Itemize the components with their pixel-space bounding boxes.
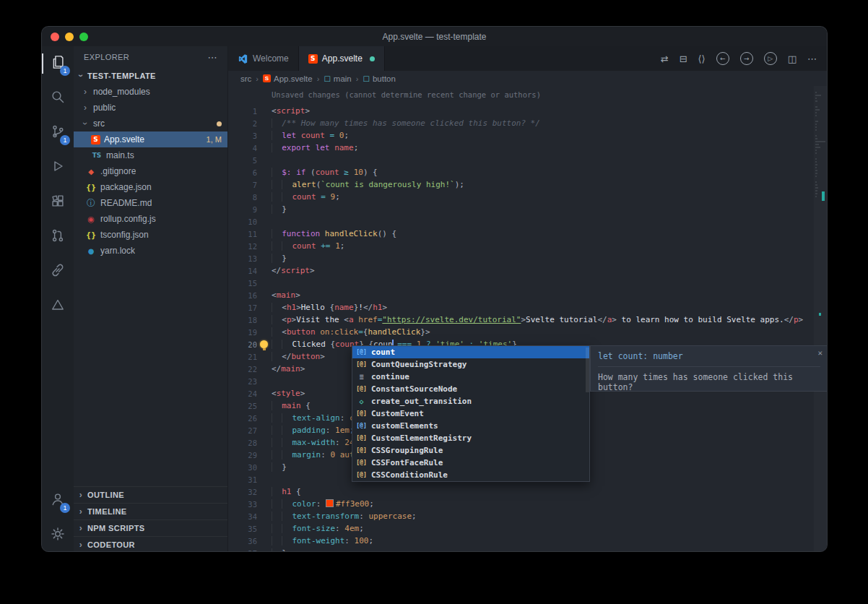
minimap[interactable] bbox=[814, 86, 827, 552]
code-line[interactable]: 5 bbox=[228, 154, 814, 166]
activity-extensions[interactable] bbox=[42, 185, 74, 220]
code-line-content: <h1>Hello {name}!</h1> bbox=[257, 303, 387, 312]
chevron-right-icon: › bbox=[81, 103, 90, 113]
source-control-actions-icon[interactable]: ⇄ bbox=[661, 53, 669, 64]
activity-github-pull-requests[interactable] bbox=[42, 220, 74, 254]
code-line[interactable]: 16<main> bbox=[228, 289, 814, 301]
line-number: 11 bbox=[228, 230, 257, 238]
sidebar-section-timeline[interactable]: ›TIMELINE bbox=[74, 503, 227, 519]
code-line[interactable]: 13 } bbox=[228, 252, 814, 264]
breadcrumb-item-button[interactable]: □button bbox=[363, 74, 395, 83]
suggestion-create-out-transition[interactable]: ◇create_out_transition bbox=[352, 395, 589, 407]
code-line[interactable]: 2 /** How many times has someone clicked… bbox=[228, 117, 814, 129]
modified-dot bbox=[217, 121, 222, 126]
tree-file-readme-md[interactable]: ⓘREADME.md bbox=[74, 195, 227, 211]
code-line[interactable]: 14</script> bbox=[228, 264, 814, 277]
lightbulb-icon[interactable] bbox=[260, 340, 268, 348]
tree-file-tsconfig-json[interactable]: {}tsconfig.json bbox=[74, 227, 227, 243]
sidebar-section-codetour[interactable]: ›CODETOUR bbox=[74, 536, 227, 552]
tree-file--gitignore[interactable]: ◆.gitignore bbox=[74, 163, 227, 179]
sidebar-section-outline[interactable]: ›OUTLINE bbox=[74, 486, 227, 503]
code-line[interactable]: 19 <button on:click={handleClick}> bbox=[228, 326, 814, 338]
code-line[interactable]: 37 } bbox=[228, 547, 814, 552]
code-line[interactable]: 1<script> bbox=[228, 105, 814, 117]
code-line[interactable]: 7 alert(`count is dangerously high!`); bbox=[228, 178, 814, 191]
suggestion-count[interactable]: [@]count bbox=[352, 346, 589, 358]
code-line[interactable]: 12 count += 1; bbox=[228, 240, 814, 252]
breadcrumb-item-src[interactable]: src bbox=[240, 74, 251, 83]
activity-run-and-debug[interactable] bbox=[42, 150, 74, 185]
activity-accounts[interactable]: 1 bbox=[42, 483, 74, 518]
code-line[interactable]: 4 export let name; bbox=[228, 142, 814, 154]
tree-folder-node-modules[interactable]: ›node_modules bbox=[74, 84, 227, 100]
minimap-line bbox=[815, 164, 817, 165]
code-line[interactable]: 15 bbox=[228, 277, 814, 289]
code-line[interactable]: 34 text-transform: uppercase; bbox=[228, 510, 814, 522]
suggestion-cssconditionrule[interactable]: [@]CSSConditionRule bbox=[352, 469, 589, 481]
code-line[interactable]: 3 let count = 0; bbox=[228, 129, 814, 142]
autocomplete-scrollbar[interactable] bbox=[586, 348, 589, 392]
run-file-icon[interactable]: ▷ bbox=[764, 52, 777, 65]
code-line[interactable]: 36 font-weight: 100; bbox=[228, 535, 814, 547]
code-line[interactable]: 32 h1 { bbox=[228, 486, 814, 498]
code-line[interactable]: 6 $: if (count ≥ 10) { bbox=[228, 166, 814, 178]
minimize-window-button[interactable] bbox=[65, 33, 74, 41]
tree-file-app-svelte[interactable]: SApp.svelte1, M bbox=[74, 131, 227, 147]
code-line[interactable]: 11 function handleClick() { bbox=[228, 228, 814, 240]
navigate-forward-icon[interactable]: → bbox=[740, 52, 753, 65]
more-actions-icon[interactable]: ⋯ bbox=[807, 53, 817, 64]
breadcrumb-item-main[interactable]: □main bbox=[324, 74, 351, 83]
activity-codetour[interactable] bbox=[42, 289, 74, 324]
suggestion-customelementregistry[interactable]: [@]CustomElementRegistry bbox=[352, 432, 589, 444]
open-preview-icon[interactable]: ⟨⟩ bbox=[698, 53, 706, 64]
window-title: App.svelte — test-template bbox=[382, 32, 486, 42]
suggestion-continue[interactable]: ≡continue bbox=[352, 371, 589, 383]
tab-app-svelte[interactable]: SApp.svelte bbox=[299, 46, 385, 71]
close-window-button[interactable] bbox=[51, 33, 59, 41]
code-editor[interactable]: Unsaved changes (cannot determine recent… bbox=[228, 86, 827, 552]
ts-file-icon: TS bbox=[91, 150, 103, 161]
code-line[interactable]: 35 font-size: 4em; bbox=[228, 522, 814, 535]
tree-file-yarn-lock[interactable]: ●yarn.lock bbox=[74, 243, 227, 259]
workspace-section-header[interactable]: › TEST-TEMPLATE bbox=[74, 68, 227, 84]
suggestion-constantsourcenode[interactable]: [@]ConstantSourceNode bbox=[352, 383, 589, 395]
activity-settings[interactable] bbox=[42, 518, 74, 552]
code-line[interactable]: 33 color: #ff3e00; bbox=[228, 498, 814, 510]
code-line[interactable]: 17 <h1>Hello {name}!</h1> bbox=[228, 301, 814, 314]
sidebar-section-npm-scripts[interactable]: ›NPM SCRIPTS bbox=[74, 519, 227, 536]
line-number: 37 bbox=[228, 549, 257, 553]
line-number: 26 bbox=[228, 414, 257, 423]
tree-file-rollup-config-js[interactable]: ◉rollup.config.js bbox=[74, 211, 227, 227]
activity-source-control[interactable]: 1 bbox=[42, 116, 74, 150]
explorer-more-actions-icon[interactable]: ⋯ bbox=[208, 52, 217, 63]
tree-folder-public[interactable]: ›public bbox=[74, 100, 227, 116]
suggestion-label: CustomElementRegistry bbox=[371, 433, 472, 443]
zoom-window-button[interactable] bbox=[79, 33, 88, 41]
navigate-back-icon[interactable]: ← bbox=[716, 52, 729, 65]
activity-search[interactable] bbox=[42, 81, 74, 116]
code-line[interactable]: 8 count = 9; bbox=[228, 191, 814, 203]
suggestion-customelements[interactable]: [@]customElements bbox=[352, 420, 589, 432]
tree-folder-src[interactable]: ›src bbox=[74, 116, 227, 131]
tab-welcome[interactable]: Welcome bbox=[228, 46, 299, 71]
minimap-line bbox=[815, 129, 817, 131]
code-line[interactable]: 9 } bbox=[228, 203, 814, 215]
code-line[interactable]: 18 <p>Visit the <a href="https://svelte.… bbox=[228, 314, 814, 326]
codelens-message[interactable]: Unsaved changes (cannot determine recent… bbox=[272, 90, 541, 99]
suggestion-countqueuingstrategy[interactable]: [@]CountQueuingStrategy bbox=[352, 358, 589, 371]
title-bar[interactable]: App.svelte — test-template bbox=[42, 27, 827, 46]
suggestion-cssfontfacerule[interactable]: [@]CSSFontFaceRule bbox=[352, 457, 589, 469]
tree-file-main-ts[interactable]: TSmain.ts bbox=[74, 147, 227, 163]
breadcrumb-item-app-svelte[interactable]: SApp.svelte bbox=[263, 74, 313, 83]
close-icon[interactable]: ✕ bbox=[817, 348, 823, 358]
activity-remote-explorer[interactable] bbox=[42, 254, 74, 289]
minimap-marker bbox=[822, 191, 825, 201]
tree-file-package-json[interactable]: {}package.json bbox=[74, 179, 227, 195]
open-changes-icon[interactable]: ⊟ bbox=[680, 53, 687, 64]
minimap-line bbox=[815, 181, 817, 183]
suggestion-cssgroupingrule[interactable]: [@]CSSGroupingRule bbox=[352, 444, 589, 457]
activity-explorer[interactable]: 1 bbox=[42, 46, 74, 81]
code-line[interactable]: 10 bbox=[228, 215, 814, 228]
suggestion-customevent[interactable]: [@]CustomEvent bbox=[352, 407, 589, 420]
split-editor-icon[interactable]: ◫ bbox=[788, 53, 797, 64]
